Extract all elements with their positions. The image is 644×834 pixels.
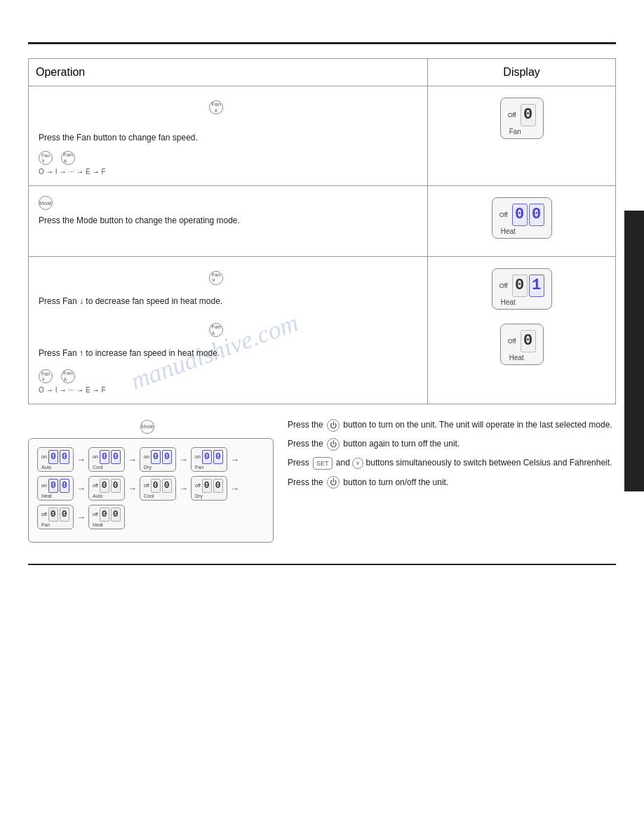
lcd-digit1-fan: 0 bbox=[521, 104, 536, 126]
lcd-digits-heat3: 0 bbox=[521, 330, 536, 352]
lcd-seg1-fan: 0 bbox=[523, 106, 532, 124]
lcd-display-fan: Off 0 Fan bbox=[500, 98, 544, 139]
text-block-1: Press the ⏻ button to turn on the unit. … bbox=[288, 418, 616, 432]
table-row-mode: Mode Press the Mode button to change the… bbox=[29, 186, 616, 257]
seq-e: E bbox=[86, 168, 90, 176]
page: Operation Display Fan∧ bbox=[0, 0, 644, 834]
lcd-label-heat1: Heat bbox=[499, 227, 544, 235]
lcd-digits-fan: 0 bbox=[521, 104, 536, 126]
seq-o: O bbox=[39, 168, 44, 176]
lcd-digits-heat1: 0 0 bbox=[512, 204, 544, 226]
mini-label-heat-on: Heat bbox=[41, 494, 52, 498]
fan-up-icon-area: Fan∧ bbox=[209, 96, 223, 114]
instruction-table: Operation Display Fan∧ bbox=[28, 58, 616, 404]
power-icon-2: ⏻ bbox=[327, 438, 340, 451]
mini-on-auto: on bbox=[41, 454, 47, 459]
mini-d1-dry: 0 bbox=[151, 450, 161, 464]
seq-arrow4: → bbox=[93, 168, 100, 176]
mode-icon-top: Mode bbox=[140, 418, 154, 434]
table-row-fan: Fan∧ Press the Fan button to change fan … bbox=[29, 86, 616, 186]
mini-on-cool: on bbox=[93, 454, 98, 459]
arrow-fan-heat-off: → bbox=[76, 512, 86, 522]
arrow-dry-fan: → bbox=[179, 454, 188, 465]
fan-up-icon: Fan∧ bbox=[209, 100, 223, 114]
top-separator bbox=[28, 42, 616, 44]
row3-fanup-area: Fan∧ bbox=[39, 319, 417, 347]
row2-left: Mode Press the Mode button to change the… bbox=[29, 186, 428, 257]
mini-off-heat: off bbox=[93, 512, 98, 517]
row2-display-cell: Off 0 0 Heat bbox=[435, 193, 608, 243]
mini-label-fan-off: Fan bbox=[41, 522, 50, 527]
text-block-4: Press the ⏻ button to turn on/off the un… bbox=[288, 476, 616, 489]
lcd-digit1-heat1: 0 bbox=[512, 204, 528, 226]
lcd-digit2-heat1: 0 bbox=[529, 204, 544, 226]
mini-lcd-fan-on: on 0 0 Fan bbox=[191, 447, 227, 472]
row3-seq-f: F bbox=[102, 386, 106, 394]
arrow-fan-end: → bbox=[230, 454, 239, 465]
row1-left: Fan∧ Press the Fan button to change fan … bbox=[29, 86, 428, 186]
mini-d2-heat-on: 0 bbox=[60, 479, 69, 493]
arrow-heat-auto-off: → bbox=[76, 483, 86, 494]
mini-d2-auto: 0 bbox=[60, 450, 69, 464]
mini-d1-auto: 0 bbox=[48, 450, 58, 464]
mini-lcd-heat-on: on 0 0 Heat bbox=[37, 476, 74, 501]
mini-label-auto-off: Auto bbox=[93, 494, 102, 498]
mini-lcd-dry: on 0 0 Dry bbox=[140, 447, 176, 472]
mini-d2-cool: 0 bbox=[111, 450, 121, 464]
mini-top-dry-off: off 0 0 bbox=[195, 479, 223, 493]
seq-dots: ··· bbox=[69, 168, 74, 176]
row1-display-cell: Off 0 Fan bbox=[435, 93, 608, 143]
row3-display-cell: Off 0 1 Heat bbox=[435, 264, 608, 369]
fan-sequence-row3: O → I → ··· → E → F bbox=[39, 386, 106, 394]
lcd-digits-heat2: 0 1 bbox=[512, 274, 544, 297]
mini-d2-fan-off: 0 bbox=[60, 508, 69, 522]
mode-row-on: on 0 0 Auto → on 0 0 Coo bbox=[37, 447, 264, 472]
mini-label-dry-off: Dry bbox=[195, 494, 203, 498]
mini-top-fan-on: on 0 0 bbox=[195, 450, 223, 464]
fan-down-small-icon: Fan∨ bbox=[39, 151, 53, 165]
mini-off-dry: off bbox=[195, 483, 201, 488]
mini-top-auto: on 0 0 bbox=[41, 450, 69, 464]
row3-right: Off 0 1 Heat bbox=[428, 257, 616, 404]
mini-d2-auto-off: 0 bbox=[111, 479, 121, 493]
arrow-cool-dry-off: → bbox=[179, 483, 188, 494]
mini-lcd-cool-off: off 0 0 Cool bbox=[140, 476, 176, 501]
arrow-cool-dry: → bbox=[128, 454, 137, 465]
mini-off-cool: off bbox=[144, 483, 149, 488]
lcd-seg1-heat3: 0 bbox=[523, 332, 532, 350]
mode-icon-diagram: Mode bbox=[140, 420, 154, 434]
mini-lcd-auto-off: off 0 0 Auto bbox=[88, 476, 125, 501]
power-icon-3: ⏻ bbox=[327, 476, 340, 489]
mini-d1-heat-off: 0 bbox=[100, 508, 109, 522]
mini-d1-auto-off: 0 bbox=[100, 479, 109, 493]
mini-top-cool: on 0 0 bbox=[93, 450, 121, 464]
mini-d2-cool-off: 0 bbox=[162, 479, 172, 493]
right-text-section: Press the ⏻ button to turn on the unit. … bbox=[288, 418, 616, 543]
text-block-2: Press the ⏻ button again to turn off the… bbox=[288, 437, 616, 451]
mini-d1-fan-off: 0 bbox=[48, 508, 58, 522]
lcd-seg1-heat1: 0 bbox=[515, 206, 524, 223]
lcd-digit1-heat3: 0 bbox=[521, 330, 536, 352]
mode-diagram: on 0 0 Auto → on 0 0 Coo bbox=[28, 438, 274, 543]
lcd-top-heat1: Off 0 0 bbox=[499, 204, 544, 226]
row3-icons-row: Fan∨ Fan∧ bbox=[39, 369, 75, 383]
mini-d1-cool-off: 0 bbox=[151, 479, 161, 493]
text-block-3: Press SET and ∨ buttons simultaneously t… bbox=[288, 456, 616, 470]
lcd-display-heat1: Off 0 0 Heat bbox=[492, 197, 552, 239]
mini-lcd-dry-off: off 0 0 Dry bbox=[191, 476, 227, 501]
seq-arrow3: → bbox=[76, 168, 83, 176]
mode-icon-label: Mode bbox=[39, 201, 52, 206]
seq-f: F bbox=[102, 168, 106, 176]
mini-label-dry: Dry bbox=[144, 465, 152, 470]
mini-lcd-auto: on 0 0 Auto bbox=[37, 447, 74, 472]
row3-seq-i: I bbox=[55, 386, 58, 394]
lcd-top-heat2: Off 0 1 bbox=[499, 274, 544, 297]
lcd-label-fan: Fan bbox=[508, 128, 536, 135]
lcd-seg1-heat2: 0 bbox=[515, 277, 524, 294]
mode-diagram-wrapper: Mode on 0 0 Auto → bbox=[28, 418, 274, 543]
bottom-section: Mode on 0 0 Auto → bbox=[28, 418, 616, 543]
lcd-label-heat3: Heat bbox=[508, 354, 536, 362]
mini-label-fan-on: Fan bbox=[195, 465, 203, 470]
mini-on-heat: on bbox=[41, 483, 47, 488]
table-header-left: Operation bbox=[29, 59, 428, 86]
